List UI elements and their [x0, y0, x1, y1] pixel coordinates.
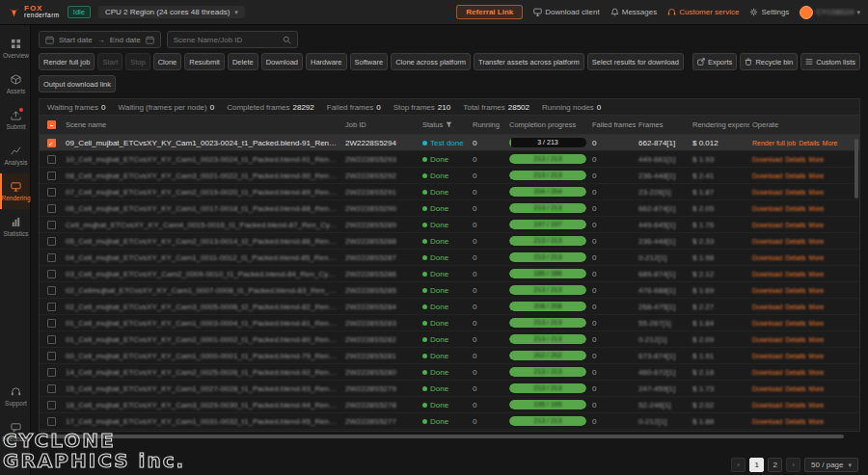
exports-button[interactable]: Exports	[692, 53, 737, 70]
prev-page-button[interactable]: ‹	[731, 458, 746, 472]
op-primary-link[interactable]: Download	[752, 336, 782, 343]
region-selector[interactable]: CPU 2 Region (24 cores 48 threads) ▾	[98, 6, 245, 18]
filter-funnel-icon[interactable]	[446, 121, 452, 128]
op-more-link[interactable]: More	[809, 172, 825, 179]
op-primary-link[interactable]: Download	[752, 369, 782, 376]
op-primary-link[interactable]: Download	[752, 303, 782, 310]
table-row[interactable]: 09_Cell_mujbat_ETCvsXY_KY_Cam1_0023-0024…	[40, 135, 859, 151]
settings-button[interactable]: Settings	[749, 8, 789, 16]
table-row[interactable]: 01_Cell_mujbat_ETCvsXY_KY_Cam1_0003-0004…	[40, 315, 859, 331]
op-more-link[interactable]: More	[809, 402, 825, 409]
op-primary-link[interactable]: Download	[752, 205, 782, 212]
table-row[interactable]: 05_Cell_mujbat_ETCvsXY_KY_Cam2_0013-0014…	[40, 233, 859, 250]
op-details-link[interactable]: Details	[785, 172, 805, 179]
op-details-link[interactable]: Details	[785, 287, 805, 294]
op-primary-link[interactable]: Download	[752, 402, 782, 409]
toolbar-button[interactable]: Software	[350, 53, 389, 70]
toolbar-button[interactable]: Clone across platform	[391, 53, 471, 70]
op-details-link[interactable]: Details	[785, 320, 805, 327]
table-row[interactable]: 08_Cell_mujbat_ETCvsXY_KY_Cam3_0021-0022…	[40, 168, 859, 184]
op-details-link[interactable]: Details	[785, 222, 805, 228]
op-more-link[interactable]: More	[809, 336, 825, 343]
op-primary-link[interactable]: Download	[752, 254, 782, 261]
next-page-button[interactable]: ›	[786, 458, 800, 472]
op-more-link[interactable]: More	[809, 254, 825, 261]
op-details-link[interactable]: Details	[785, 336, 805, 343]
table-row[interactable]: 14_Cell_mujbat_ETCvsXY_KY_Cam2_0025-0026…	[40, 364, 859, 381]
search-icon[interactable]	[283, 36, 291, 44]
download-client-button[interactable]: Download client	[533, 8, 599, 16]
op-primary-link[interactable]: Download	[752, 320, 782, 327]
op-primary-link[interactable]: Download	[752, 287, 782, 294]
search-input[interactable]	[174, 36, 278, 44]
select-all-checkbox[interactable]	[47, 120, 56, 129]
op-details-link[interactable]: Details	[785, 156, 805, 163]
sidebar-item-feedback[interactable]: Feedback	[0, 414, 30, 450]
page-1-button[interactable]: 1	[749, 458, 764, 472]
sidebar-item-submit[interactable]: Submit	[0, 102, 30, 138]
row-checkbox[interactable]	[47, 335, 56, 344]
page-size-select[interactable]: 50 / page ▾	[804, 458, 858, 472]
table-row[interactable]: 07_Cell_mujbat_ETCvsXY_KY_Cam2_0019-0020…	[40, 184, 859, 200]
table-row[interactable]: 15_Cell_mujbat_ETCvsXY_KY_Cam1_0027-0028…	[40, 381, 859, 397]
op-details-link[interactable]: Details	[785, 238, 805, 245]
op-details-link[interactable]: Details	[785, 353, 805, 359]
header-scene-name[interactable]: Scene name	[63, 120, 342, 129]
toolbar-button[interactable]: Delete	[228, 53, 258, 70]
toolbar-button[interactable]: Render full job	[39, 53, 95, 70]
op-details-link[interactable]: Details	[785, 189, 805, 196]
op-more-link[interactable]: More	[809, 418, 825, 425]
brand-logo[interactable]: FOX renderfarm	[8, 5, 60, 19]
op-primary-link[interactable]: Download	[752, 222, 782, 228]
user-account[interactable]: CYC08124 ▾	[800, 6, 860, 19]
row-checkbox[interactable]	[47, 155, 56, 164]
table-row[interactable]: 01_Cell_mujbat_ETCvsXY_KY_Cam2_0001-0002…	[40, 331, 859, 348]
op-primary-link[interactable]: Render full job	[752, 140, 796, 146]
end-date-placeholder[interactable]: End date	[110, 36, 141, 44]
op-details-link[interactable]: Details	[799, 140, 819, 146]
sidebar-item-statistics[interactable]: Statistics	[0, 209, 30, 245]
op-details-link[interactable]: Details	[785, 271, 805, 277]
table-row[interactable]: 03_Cell_mujbat_ETCvsXY_Cam2_0009-0010_t1…	[40, 266, 859, 282]
toolbar-button[interactable]: Stop	[125, 53, 149, 70]
op-primary-link[interactable]: Download	[752, 418, 782, 425]
op-details-link[interactable]: Details	[785, 254, 805, 261]
table-row[interactable]: 16_Cell_mujbat_ETCvsXY_KY_Cam3_0029-0030…	[40, 397, 859, 413]
toolbar-button[interactable]: Resubmit	[184, 53, 225, 70]
vertical-scrollbar[interactable]	[854, 139, 858, 198]
toolbar-button[interactable]: Select results for download	[587, 53, 684, 70]
row-checkbox[interactable]	[47, 221, 56, 229]
row-checkbox[interactable]	[47, 204, 56, 213]
toolbar-button[interactable]: Download	[261, 53, 303, 70]
row-checkbox[interactable]	[47, 139, 56, 147]
op-more-link[interactable]: More	[809, 189, 825, 196]
toolbar-button[interactable]: Transfer assets across platform	[474, 53, 584, 70]
table-row[interactable]: 02_Cellmujbat_ETCvsXY_KY_Cam1_0007-0008_…	[40, 282, 859, 299]
row-checkbox[interactable]	[47, 270, 56, 278]
op-details-link[interactable]: Details	[785, 369, 805, 376]
sidebar-item-support[interactable]: Support	[0, 379, 30, 414]
row-checkbox[interactable]	[47, 303, 56, 311]
op-primary-link[interactable]: Download	[752, 189, 782, 196]
table-row[interactable]: 02_Cell_mujbat_ETCvsXY_KY_Cam3_0005-0006…	[40, 299, 859, 315]
header-job-id[interactable]: Job ID	[342, 120, 420, 129]
op-more-link[interactable]: More	[809, 287, 825, 294]
date-range-picker[interactable]: Start date → End date	[39, 31, 161, 48]
table-row[interactable]: 17_Cell_mujbat_ETCvsXY_KY_Cam1_0031-0032…	[40, 413, 859, 430]
row-checkbox[interactable]	[47, 384, 56, 393]
row-checkbox[interactable]	[47, 368, 56, 377]
custom-lists-button[interactable]: Custom lists	[800, 53, 860, 70]
table-row[interactable]: Cell_mujbat_ETCvsXY_KY_Cam4_0015-0016_t1…	[40, 217, 859, 233]
op-more-link[interactable]: More	[809, 320, 825, 327]
header-status[interactable]: Status	[420, 120, 470, 129]
row-checkbox[interactable]	[47, 188, 56, 197]
op-more-link[interactable]: More	[809, 156, 825, 163]
row-checkbox[interactable]	[47, 401, 56, 409]
toolbar-button[interactable]: Clone	[153, 53, 182, 70]
row-checkbox[interactable]	[47, 237, 56, 246]
op-more-link[interactable]: More	[809, 303, 825, 310]
customer-service-button[interactable]: Customer service	[667, 8, 739, 16]
table-row[interactable]: 00_Cell_mujbat_ETCvsXY_KY_Cam1_0000-0001…	[40, 348, 859, 364]
row-checkbox[interactable]	[47, 253, 56, 262]
op-more-link[interactable]: More	[809, 205, 825, 212]
